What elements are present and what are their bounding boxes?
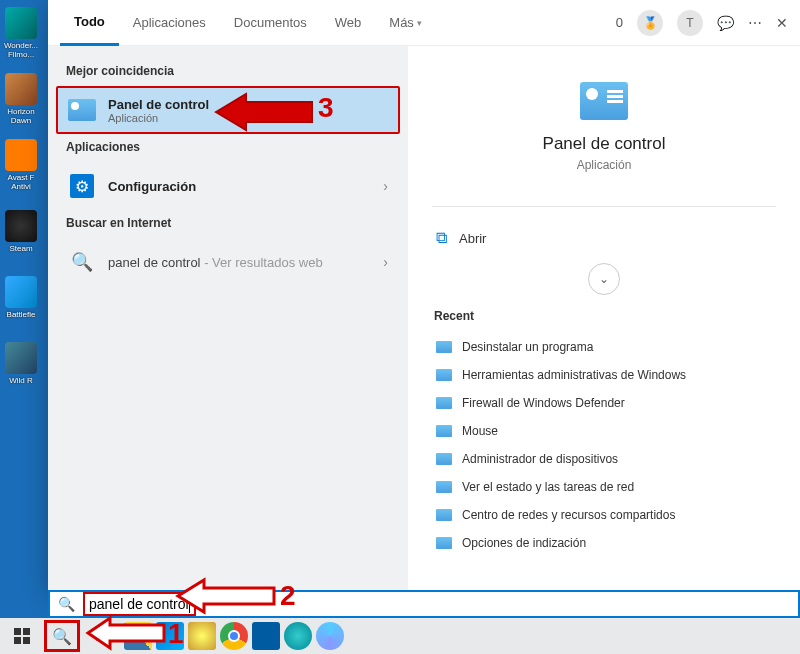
result-subtitle: Aplicación	[108, 112, 388, 124]
taskbar-app-edge[interactable]	[284, 622, 312, 650]
rewards-icon[interactable]: 🏅	[637, 10, 663, 36]
control-panel-icon	[436, 481, 452, 493]
taskbar-app-python[interactable]	[124, 622, 152, 650]
control-panel-icon	[436, 397, 452, 409]
search-icon: 🔍	[68, 248, 96, 276]
search-results-window: Todo Aplicaciones Documentos Web Más▾ 0 …	[48, 0, 800, 590]
control-panel-icon	[436, 425, 452, 437]
search-icon: 🔍	[58, 596, 75, 612]
control-panel-icon	[436, 341, 452, 353]
expand-button[interactable]: ⌄	[588, 263, 620, 295]
apps-label: Aplicaciones	[56, 134, 400, 162]
task-view-button[interactable]: ▭	[84, 620, 120, 652]
desktop-icons: Wonder... Filmo... Horizon Dawn Avast F …	[0, 0, 48, 590]
recent-item[interactable]: Herramientas administrativas de Windows	[432, 361, 776, 389]
recent-item[interactable]: Centro de redes y recursos compartidos	[432, 501, 776, 529]
taskbar-app-terminal[interactable]	[252, 622, 280, 650]
open-icon: ⧉	[436, 229, 447, 247]
tab-web[interactable]: Web	[321, 0, 376, 46]
svg-rect-2	[14, 637, 21, 644]
chevron-right-icon: ›	[383, 178, 388, 194]
recent-item[interactable]: Firewall de Windows Defender	[432, 389, 776, 417]
control-panel-icon	[580, 82, 628, 120]
more-icon[interactable]: ⋯	[748, 15, 762, 31]
recent-item[interactable]: Mouse	[432, 417, 776, 445]
gear-icon: ⚙	[70, 174, 94, 198]
desktop-icon-battlefield[interactable]: Battlefie	[0, 268, 42, 326]
detail-subtitle: Aplicación	[577, 158, 632, 172]
web-label: Buscar en Internet	[56, 210, 400, 238]
taskbar-app-paint[interactable]	[188, 622, 216, 650]
rewards-count: 0	[616, 15, 623, 30]
control-panel-icon	[68, 99, 96, 121]
chevron-right-icon: ›	[383, 254, 388, 270]
taskbar-app-cortana[interactable]	[316, 622, 344, 650]
start-button[interactable]	[4, 620, 40, 652]
desktop-icon-steam[interactable]: Steam	[0, 202, 42, 260]
result-panel-de-control[interactable]: Panel de control Aplicación	[56, 86, 400, 134]
user-avatar[interactable]: T	[677, 10, 703, 36]
result-title: Panel de control	[108, 97, 388, 112]
taskbar: 🔍 ▭	[0, 618, 800, 654]
best-match-label: Mejor coincidencia	[56, 58, 400, 86]
feedback-icon[interactable]: 💬	[717, 15, 734, 31]
detail-title: Panel de control	[543, 134, 666, 154]
result-configuracion[interactable]: ⚙ Configuración ›	[56, 162, 400, 210]
desktop-icon-horizon[interactable]: Horizon Dawn	[0, 70, 42, 128]
svg-rect-1	[23, 628, 30, 635]
tab-aplicaciones[interactable]: Aplicaciones	[119, 0, 220, 46]
search-input[interactable]: panel de control	[83, 592, 196, 616]
control-panel-icon	[436, 369, 452, 381]
svg-rect-0	[14, 628, 21, 635]
recent-item[interactable]: Opciones de indización	[432, 529, 776, 557]
recent-item[interactable]: Administrador de dispositivos	[432, 445, 776, 473]
control-panel-icon	[436, 537, 452, 549]
recent-label: Recent	[432, 303, 776, 333]
search-taskbar-button[interactable]: 🔍	[44, 620, 80, 652]
svg-rect-3	[23, 637, 30, 644]
desktop-icon-filmora[interactable]: Wonder... Filmo...	[0, 4, 42, 62]
control-panel-icon	[436, 453, 452, 465]
open-action[interactable]: ⧉ Abrir	[432, 221, 776, 255]
result-web-search[interactable]: 🔍 panel de control - Ver resultados web …	[56, 238, 400, 286]
recent-item[interactable]: Ver el estado y las tareas de red	[432, 473, 776, 501]
chevron-down-icon: ▾	[417, 18, 422, 28]
detail-panel: Panel de control Aplicación ⧉ Abrir ⌄ Re…	[408, 46, 800, 590]
tab-mas[interactable]: Más▾	[375, 0, 436, 46]
desktop-icon-avast[interactable]: Avast F Antivi	[0, 136, 42, 194]
desktop-icon-wild[interactable]: Wild R	[0, 334, 42, 392]
recent-item[interactable]: Desinstalar un programa	[432, 333, 776, 361]
close-icon[interactable]: ✕	[776, 15, 788, 31]
tab-documentos[interactable]: Documentos	[220, 0, 321, 46]
taskbar-app-chrome[interactable]	[220, 622, 248, 650]
tab-todo[interactable]: Todo	[60, 0, 119, 46]
results-left-column: Mejor coincidencia Panel de control Apli…	[48, 46, 408, 590]
tabs-row: Todo Aplicaciones Documentos Web Más▾ 0 …	[48, 0, 800, 46]
search-bar[interactable]: 🔍 panel de control	[48, 590, 800, 618]
taskbar-app-store[interactable]	[156, 622, 184, 650]
control-panel-icon	[436, 509, 452, 521]
